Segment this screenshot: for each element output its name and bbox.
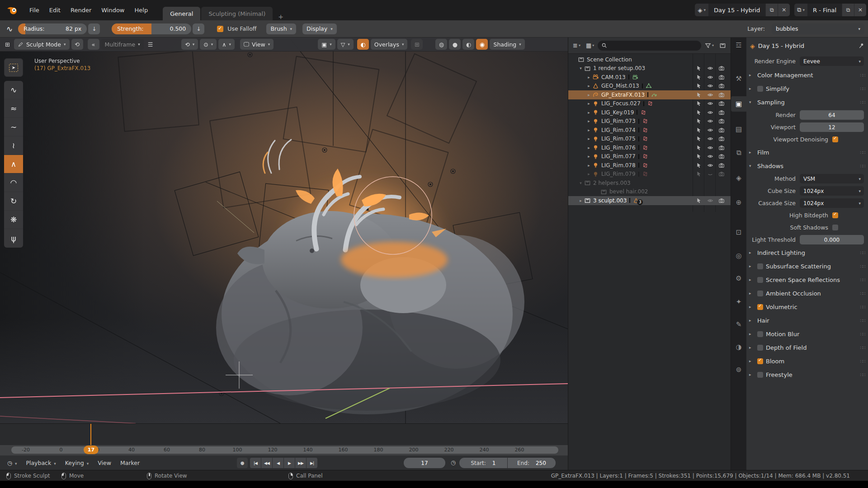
render-visibility-icon[interactable] bbox=[718, 127, 725, 133]
expand-icon[interactable] bbox=[585, 128, 592, 132]
view-menu-timeline[interactable]: View bbox=[93, 460, 116, 466]
sampling-render-field[interactable]: 64 bbox=[800, 110, 864, 120]
next-keyframe-button[interactable]: ▶▶ bbox=[295, 458, 306, 468]
panel-volumetric[interactable]: Volumetric bbox=[746, 300, 868, 314]
shadow-cascade-dropdown[interactable]: 1024px bbox=[800, 198, 864, 208]
scene-name[interactable]: Day 15 - Hybrid bbox=[708, 4, 765, 16]
panel-grip-icon[interactable] bbox=[860, 73, 865, 78]
proportional-edit-dropdown[interactable]: ⊙ bbox=[200, 39, 217, 50]
tab-physics[interactable]: ⊚ bbox=[731, 362, 746, 377]
tab-modifiers[interactable]: ⚙ bbox=[731, 271, 746, 286]
screen-space-reflections-checkbox[interactable] bbox=[757, 277, 763, 283]
panel-hair[interactable]: Hair bbox=[746, 314, 868, 327]
filter-icon[interactable] bbox=[703, 42, 716, 50]
tab-render[interactable]: ▣ bbox=[731, 96, 746, 112]
brush-falloff-icon[interactable]: ∿ bbox=[6, 24, 13, 33]
tool-pinch[interactable]: ❋ bbox=[4, 211, 23, 229]
blender-logo-icon[interactable] bbox=[6, 5, 18, 15]
tab-material[interactable]: ◑ bbox=[731, 339, 746, 355]
hide-icon[interactable] bbox=[707, 136, 713, 142]
hide-icon[interactable] bbox=[707, 92, 713, 98]
render-engine-dropdown[interactable]: Eevee bbox=[800, 56, 864, 66]
render-visibility-icon[interactable] bbox=[718, 65, 725, 71]
pin-icon[interactable] bbox=[858, 42, 865, 49]
render-visibility-icon[interactable] bbox=[718, 83, 725, 89]
selectable-icon[interactable] bbox=[696, 83, 702, 89]
editor-type-timeline-icon[interactable]: ◷ bbox=[3, 460, 21, 466]
overlays-dropdown[interactable]: Overlays bbox=[371, 39, 408, 50]
panel-grip-icon[interactable] bbox=[860, 345, 865, 350]
expand-icon[interactable] bbox=[585, 101, 592, 106]
panel-bloom[interactable]: Bloom bbox=[746, 354, 868, 368]
panel-grip-icon[interactable] bbox=[860, 305, 865, 310]
outliner-row-scene-collection[interactable]: Scene Collection bbox=[568, 55, 731, 64]
expand-icon[interactable] bbox=[585, 136, 592, 141]
auto-keyframe-record-button[interactable]: ● bbox=[237, 458, 248, 468]
use-preview-range-icon[interactable]: ◷ bbox=[451, 459, 456, 466]
delete-view-layer-button[interactable]: ✕ bbox=[854, 4, 866, 16]
expand-icon[interactable] bbox=[585, 154, 592, 159]
selectable-icon[interactable] bbox=[696, 109, 702, 116]
tab-general[interactable]: General bbox=[163, 7, 200, 20]
soft-shadows-checkbox[interactable] bbox=[832, 225, 838, 230]
render-visibility-icon[interactable] bbox=[718, 136, 725, 142]
prev-keyframe-button[interactable]: ◀◀ bbox=[261, 458, 272, 468]
shading-rendered-icon[interactable]: ◉ bbox=[476, 39, 488, 50]
tab-object[interactable]: ⊡ bbox=[731, 225, 746, 240]
high-bitdepth-checkbox[interactable] bbox=[832, 212, 838, 218]
outliner-search-input[interactable] bbox=[598, 41, 701, 51]
hide-icon[interactable] bbox=[707, 65, 713, 71]
shading-material-icon[interactable]: ◐ bbox=[462, 39, 474, 50]
expand-icon[interactable] bbox=[585, 145, 592, 150]
expand-icon[interactable] bbox=[585, 93, 592, 97]
selectable-icon[interactable] bbox=[696, 127, 702, 133]
gp-origin-icon[interactable]: ⟲ bbox=[71, 39, 83, 50]
frame-end-field[interactable]: End:250 bbox=[508, 458, 556, 468]
panel-grip-icon[interactable] bbox=[860, 150, 865, 155]
expand-icon[interactable] bbox=[577, 198, 584, 203]
outliner-row-gp-extrafx[interactable]: GP_ExtraFX.013 bbox=[568, 90, 731, 99]
panel-shadows[interactable]: Shadows bbox=[746, 159, 868, 173]
tool-strength[interactable]: ∼ bbox=[4, 118, 23, 136]
render-visibility-icon[interactable] bbox=[718, 162, 725, 169]
overlays-toggle-icon[interactable]: ◐ bbox=[357, 39, 369, 50]
render-visibility-icon[interactable] bbox=[718, 92, 725, 98]
header-menu-icon[interactable]: ☰ bbox=[145, 40, 156, 49]
multiframe-dropdown[interactable]: Multiframe bbox=[101, 39, 144, 50]
panel-ambient-occlusion[interactable]: Ambient Occlusion bbox=[746, 286, 868, 300]
display-dropdown[interactable]: Display bbox=[302, 23, 337, 34]
view-layer-name[interactable]: R - Final bbox=[807, 4, 842, 16]
panel-grip-icon[interactable] bbox=[860, 277, 865, 282]
panel-screen-space-reflections[interactable]: Screen Space Reflections bbox=[746, 273, 868, 286]
panel-indirect-lighting[interactable]: Indirect Lighting bbox=[746, 246, 868, 259]
strength-pressure-button[interactable]: ↓ bbox=[193, 23, 204, 34]
panel-subsurface-scattering[interactable]: Subsurface Scattering bbox=[746, 259, 868, 273]
add-workspace-button[interactable]: + bbox=[274, 13, 288, 20]
menu-file[interactable]: File bbox=[24, 5, 44, 15]
expand-icon[interactable] bbox=[585, 84, 592, 88]
outliner-row-cam[interactable]: CAM.013 bbox=[568, 73, 731, 82]
tab-output[interactable]: ▤ bbox=[731, 122, 746, 137]
shading-dropdown[interactable]: Shading bbox=[490, 39, 524, 50]
light-threshold-field[interactable]: 0.000 bbox=[800, 235, 864, 244]
tool-tweak-select[interactable]: ➤ bbox=[4, 58, 23, 77]
xray-toggle-icon[interactable]: ⊞ bbox=[411, 39, 423, 50]
tab-constraints[interactable]: ◎ bbox=[731, 248, 746, 263]
current-frame-badge[interactable]: 17 bbox=[84, 446, 99, 454]
motion-blur-checkbox[interactable] bbox=[757, 331, 763, 337]
editor-type-outliner-icon[interactable]: ≣ bbox=[571, 41, 582, 50]
panel-grip-icon[interactable] bbox=[860, 100, 865, 105]
volumetric-checkbox[interactable] bbox=[757, 304, 763, 310]
jump-to-start-button[interactable]: |◀ bbox=[250, 458, 261, 468]
tab-object-data[interactable]: ✎ bbox=[731, 317, 746, 332]
panel-grip-icon[interactable] bbox=[860, 291, 865, 296]
tool-thickness[interactable]: ≈ bbox=[4, 99, 23, 118]
panel-color-management[interactable]: Color Management bbox=[746, 68, 868, 82]
outliner-row-geo-mist[interactable]: GEO_Mist.013 bbox=[568, 82, 731, 91]
selectable-icon[interactable] bbox=[696, 162, 702, 169]
hide-icon[interactable] bbox=[707, 197, 713, 204]
panel-grip-icon[interactable] bbox=[860, 86, 865, 91]
play-reverse-button[interactable]: ◀ bbox=[273, 458, 283, 468]
hide-icon[interactable] bbox=[707, 162, 713, 169]
expand-icon[interactable] bbox=[577, 66, 584, 70]
